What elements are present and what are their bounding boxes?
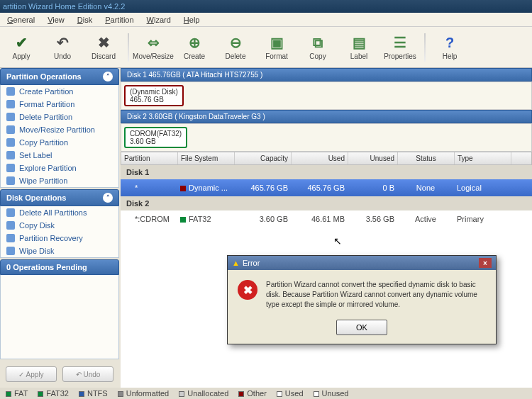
- collapse-icon[interactable]: ˄: [103, 72, 113, 82]
- item-label: Format Partition: [19, 100, 74, 108]
- legend-unallocated: Unallocated: [179, 389, 228, 398]
- sidebar-item-partition-recovery[interactable]: Partition Recovery: [1, 232, 118, 245]
- create-button[interactable]: ⊕Create: [174, 30, 214, 65]
- disk-map-1[interactable]: (Dynamic Disk)465.76 GB: [121, 82, 532, 110]
- legend-swatch: [79, 391, 84, 397]
- error-message: Partition Wizard cannot convert the spec…: [266, 280, 486, 310]
- sidebar-item-wipe-partition[interactable]: Wipe Partition: [1, 174, 118, 187]
- undo-button[interactable]: ↶ Undo: [62, 366, 113, 382]
- toolbar-label: Label: [350, 52, 367, 60]
- toolbar-label: Copy: [309, 52, 326, 60]
- apply-button[interactable]: ✓ Apply: [6, 366, 57, 382]
- apply-button[interactable]: ✔Apply: [1, 30, 41, 65]
- legend-swatch: [314, 391, 319, 397]
- item-icon: [6, 100, 15, 108]
- discard-button[interactable]: ✖Discard: [84, 30, 123, 65]
- toolbar-label: Delete: [226, 52, 246, 60]
- legend-fat: FAT: [6, 389, 28, 398]
- col-status[interactable]: Status: [398, 152, 455, 164]
- col-unused[interactable]: Unused: [348, 152, 398, 164]
- sidebar-item-explore-partition[interactable]: Explore Partition: [1, 162, 118, 174]
- partition-ops-list: Create PartitionFormat PartitionDelete P…: [0, 85, 119, 188]
- disk-label-2[interactable]: Disk 2: [121, 196, 532, 210]
- grid-header: PartitionFile SystemCapacityUsedUnusedSt…: [121, 152, 532, 165]
- menu-disk[interactable]: Disk: [72, 14, 98, 26]
- legend-unused: Unused: [314, 389, 349, 398]
- undo-icon: ↶: [54, 34, 71, 51]
- copy-icon: ⧉: [309, 34, 326, 51]
- sidebar-item-format-partition[interactable]: Format Partition: [1, 98, 118, 111]
- menu-view[interactable]: View: [42, 14, 70, 26]
- warning-icon: ▲: [232, 259, 240, 267]
- format-icon: ▣: [268, 34, 285, 51]
- moveresize-button[interactable]: ⇔Move/Resize: [133, 30, 173, 65]
- item-icon: [6, 221, 15, 230]
- undo-button[interactable]: ↶Undo: [43, 30, 82, 65]
- col-partition[interactable]: Partition: [121, 152, 178, 164]
- disk-ops-title: Disk Operations: [6, 193, 66, 202]
- apply-icon: ✔: [13, 34, 30, 51]
- sidebar-item-wipe-disk[interactable]: Wipe Disk: [1, 245, 118, 257]
- menu-wizard[interactable]: Wizard: [141, 14, 177, 26]
- pending-title: 0 Operations Pending: [6, 263, 87, 271]
- collapse-icon[interactable]: ˄: [103, 193, 113, 203]
- error-title-wrap: ▲ Error: [232, 259, 260, 267]
- item-icon: [6, 247, 15, 255]
- help-button[interactable]: ?Help: [430, 30, 470, 65]
- item-label: Move/Resize Partition: [19, 125, 95, 134]
- item-label: Copy Partition: [19, 138, 68, 147]
- partition-ops-header[interactable]: Partition Operations ˄: [0, 68, 119, 85]
- col-file-system[interactable]: File System: [178, 152, 235, 164]
- sidebar-item-set-label[interactable]: Set Label: [1, 149, 118, 162]
- sidebar-item-copy-disk[interactable]: Copy Disk: [1, 219, 118, 232]
- fs-color-icon: [180, 217, 186, 223]
- close-icon[interactable]: ×: [479, 258, 492, 268]
- menu-general[interactable]: General: [1, 14, 40, 26]
- cursor-icon: ↖: [333, 235, 342, 247]
- sidebar-item-copy-partition[interactable]: Copy Partition: [1, 136, 118, 149]
- sidebar-item-move-resize-partition[interactable]: Move/Resize Partition: [1, 123, 118, 136]
- toolbar-label: Discard: [92, 52, 116, 60]
- sidebar-item-create-partition[interactable]: Create Partition: [1, 85, 118, 98]
- partition-row[interactable]: *Dynamic ...465.76 GB465.76 GB0 BNoneLog…: [121, 179, 532, 196]
- sidebar-item-delete-all-partitions[interactable]: Delete All Partitions: [1, 206, 118, 219]
- legend-swatch: [118, 391, 123, 397]
- ok-button[interactable]: OK: [336, 320, 387, 335]
- legend-swatch: [38, 391, 43, 397]
- partition-ops-title: Partition Operations: [6, 72, 82, 81]
- copy-button[interactable]: ⧉Copy: [298, 30, 338, 65]
- toolbar-label: Format: [265, 52, 288, 60]
- legend-swatch: [6, 391, 11, 397]
- fs-color-icon: [180, 186, 186, 191]
- toolbar-label: Move/Resize: [133, 52, 174, 60]
- disk-ops-header[interactable]: Disk Operations ˄: [0, 189, 119, 206]
- legend-unformatted: Unformatted: [118, 389, 170, 398]
- menu-partition[interactable]: Partition: [99, 14, 139, 26]
- properties-button[interactable]: ☰Properties: [380, 30, 420, 65]
- toolbar-label: Apply: [12, 52, 30, 60]
- item-icon: [6, 164, 15, 172]
- toolbar-label: Create: [184, 52, 205, 60]
- delete-button[interactable]: ⊖Delete: [216, 30, 255, 65]
- menu-help[interactable]: Help: [178, 14, 206, 26]
- disk-label-1[interactable]: Disk 1: [121, 165, 532, 179]
- disk-header-1[interactable]: Disk 1 465.76GB ( ATA Hitachi HTS72755 ): [121, 68, 532, 82]
- sidebar-item-delete-partition[interactable]: Delete Partition: [1, 111, 118, 123]
- format-button[interactable]: ▣Format: [257, 30, 297, 65]
- delete-icon: ⊖: [227, 34, 244, 51]
- col-capacity[interactable]: Capacity: [235, 152, 292, 164]
- properties-icon: ☰: [392, 34, 409, 51]
- toolbar-label: Properties: [384, 52, 416, 60]
- move/resize-icon: ⇔: [145, 34, 162, 51]
- pending-header: 0 Operations Pending: [0, 259, 119, 275]
- disk-header-2[interactable]: Disk 2 3.60GB ( Kingston DataTraveler G3…: [121, 110, 532, 123]
- partition-row[interactable]: *:CDROMFAT323.60 GB46.61 MB3.56 GBActive…: [121, 210, 532, 227]
- disk-map-2[interactable]: CDROM(FAT32)3.60 GB: [121, 123, 532, 152]
- error-titlebar[interactable]: ▲ Error ×: [228, 256, 496, 270]
- col-used[interactable]: Used: [292, 152, 348, 164]
- map-block[interactable]: (Dynamic Disk)465.76 GB: [124, 85, 184, 106]
- map-block[interactable]: CDROM(FAT32)3.60 GB: [124, 127, 187, 148]
- label-button[interactable]: ▤Label: [339, 30, 379, 65]
- col-type[interactable]: Type: [455, 152, 511, 164]
- item-label: Set Label: [19, 151, 52, 159]
